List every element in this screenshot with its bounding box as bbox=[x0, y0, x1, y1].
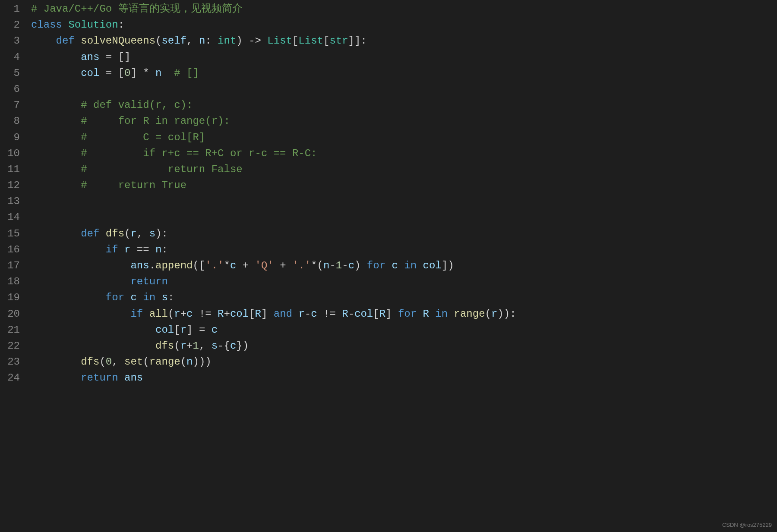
code-token: col bbox=[155, 324, 174, 336]
code-token: s bbox=[149, 228, 155, 239]
code-token bbox=[417, 308, 423, 320]
code-line[interactable]: # for R in range(r): bbox=[31, 113, 777, 129]
code-line[interactable]: # if r+c == R+C or r-c == R-C: bbox=[31, 145, 777, 161]
line-number: 4 bbox=[4, 49, 20, 65]
code-line[interactable]: def solveNQueens(self, n: int) -> List[L… bbox=[31, 33, 777, 49]
code-token bbox=[75, 35, 81, 47]
code-editor[interactable]: 123456789101112131415161718192021222324 … bbox=[0, 0, 777, 532]
code-token: + bbox=[224, 308, 230, 320]
code-token: + bbox=[180, 308, 186, 320]
code-token: # Java/C++/Go 等语言的实现，见视频简介 bbox=[31, 3, 243, 15]
code-line[interactable]: # C = col[R] bbox=[31, 129, 777, 145]
code-token bbox=[31, 148, 81, 159]
code-token: dfs bbox=[106, 228, 124, 239]
line-number: 9 bbox=[4, 129, 20, 145]
code-token: R bbox=[218, 308, 224, 320]
code-token: - bbox=[329, 260, 335, 271]
code-token: # return False bbox=[81, 164, 242, 175]
code-token: int bbox=[218, 35, 236, 47]
code-token bbox=[31, 35, 56, 47]
code-line[interactable]: # return False bbox=[31, 161, 777, 177]
code-token: *( bbox=[311, 260, 323, 271]
line-number: 6 bbox=[4, 81, 20, 97]
code-token: return bbox=[81, 372, 118, 384]
code-token: - bbox=[348, 308, 354, 320]
code-token: , bbox=[137, 228, 149, 239]
code-line[interactable] bbox=[31, 193, 777, 209]
code-line[interactable]: col[r] = c bbox=[31, 322, 777, 338]
code-token: }) bbox=[236, 340, 249, 352]
code-line[interactable] bbox=[31, 209, 777, 225]
code-line[interactable]: if r == n: bbox=[31, 242, 777, 258]
code-token: c bbox=[311, 308, 317, 320]
code-token: ( bbox=[180, 356, 186, 368]
code-token: r bbox=[174, 308, 180, 320]
code-line[interactable]: class Solution: bbox=[31, 17, 777, 33]
code-token: col bbox=[230, 308, 249, 320]
code-token: '.' bbox=[205, 260, 224, 271]
code-line[interactable] bbox=[31, 81, 777, 97]
code-token bbox=[118, 244, 124, 255]
code-token bbox=[31, 356, 81, 368]
code-line[interactable]: def dfs(r, s): bbox=[31, 226, 777, 242]
code-token: = [ bbox=[99, 67, 124, 79]
code-token: + bbox=[236, 260, 255, 271]
code-token: , bbox=[112, 356, 124, 368]
code-line[interactable]: # return True bbox=[31, 177, 777, 193]
code-token: ( bbox=[143, 356, 149, 368]
line-number: 17 bbox=[4, 258, 20, 274]
line-number: 2 bbox=[4, 17, 20, 33]
code-token: self bbox=[161, 35, 186, 47]
code-area[interactable]: # Java/C++/Go 等语言的实现，见视频简介class Solution… bbox=[28, 0, 777, 532]
code-line[interactable]: if all(r+c != R+col[R] and r-c != R-col[… bbox=[31, 306, 777, 322]
code-token: ]) bbox=[442, 260, 454, 271]
code-line[interactable]: return ans bbox=[31, 370, 777, 386]
code-token: R bbox=[255, 308, 261, 320]
code-token: * bbox=[224, 260, 230, 271]
code-token: 0 bbox=[124, 67, 130, 79]
code-token: [ bbox=[174, 324, 180, 336]
code-token: # if r+c == R+C or r-c == R-C: bbox=[81, 148, 317, 159]
line-number: 19 bbox=[4, 290, 20, 305]
code-token: and bbox=[274, 308, 292, 320]
code-token: : bbox=[118, 19, 124, 31]
code-line[interactable]: dfs(r+1, s-{c}) bbox=[31, 338, 777, 354]
code-line[interactable]: ans = [] bbox=[31, 49, 777, 65]
code-token: ( bbox=[99, 356, 105, 368]
code-token: ] bbox=[385, 308, 398, 320]
code-token: ): bbox=[155, 228, 168, 239]
code-token: + bbox=[274, 260, 292, 271]
code-token bbox=[118, 372, 124, 384]
code-token: c bbox=[230, 260, 236, 271]
code-token: != bbox=[193, 308, 218, 320]
code-token: List bbox=[267, 35, 292, 47]
code-token: r bbox=[491, 308, 497, 320]
code-token: return bbox=[130, 276, 167, 287]
line-number: 11 bbox=[4, 161, 20, 177]
code-token bbox=[417, 260, 423, 271]
code-token: col bbox=[423, 260, 442, 271]
code-token: R bbox=[342, 308, 348, 320]
code-line[interactable]: dfs(0, set(range(n))) bbox=[31, 354, 777, 370]
code-token bbox=[31, 244, 106, 255]
code-token: n bbox=[186, 356, 193, 368]
code-token: in bbox=[435, 308, 448, 320]
line-number: 18 bbox=[4, 274, 20, 290]
code-line[interactable]: # Java/C++/Go 等语言的实现，见视频简介 bbox=[31, 1, 777, 17]
code-line[interactable]: # def valid(r, c): bbox=[31, 97, 777, 113]
code-token: Solution bbox=[68, 19, 118, 31]
code-line[interactable]: ans.append(['.'*c + 'Q' + '.'*(n-1-c) fo… bbox=[31, 258, 777, 274]
code-token bbox=[124, 292, 130, 303]
code-line[interactable]: return bbox=[31, 274, 777, 290]
code-token: ] bbox=[261, 308, 274, 320]
code-line[interactable]: col = [0] * n # [] bbox=[31, 65, 777, 81]
code-token: ( bbox=[155, 35, 161, 47]
code-token: col bbox=[81, 67, 99, 79]
code-token bbox=[31, 164, 81, 175]
code-token: ]]: bbox=[348, 35, 367, 47]
code-token: 0 bbox=[106, 356, 112, 368]
line-number: 21 bbox=[4, 322, 20, 338]
code-line[interactable]: for c in s: bbox=[31, 290, 777, 305]
code-token: ) bbox=[354, 260, 367, 271]
code-token: c bbox=[186, 308, 193, 320]
